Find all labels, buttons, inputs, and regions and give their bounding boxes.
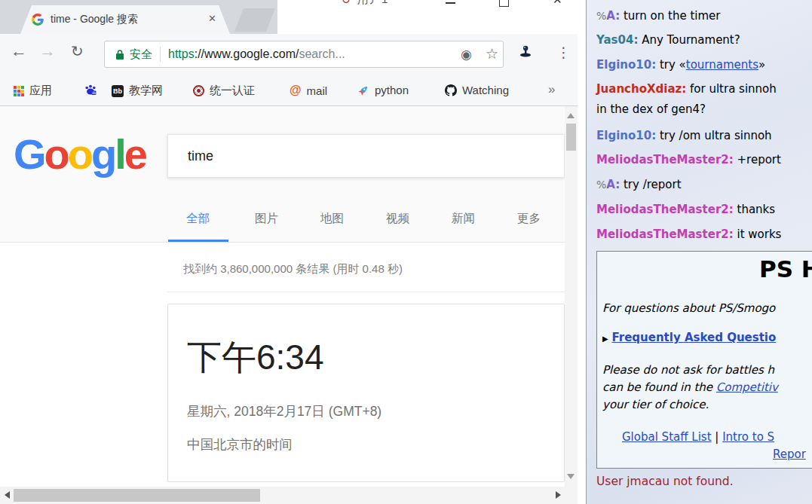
infobox-title: PS H (759, 255, 812, 283)
chat-username[interactable]: JuanchoXdiaz: (596, 82, 686, 96)
tab-more[interactable]: 更多 (517, 211, 541, 227)
tab-images[interactable]: 图片 (255, 211, 278, 227)
ps-info-box: PS H For questions about PS/Smogo ▶ Freq… (596, 251, 812, 469)
blackboard-icon: Bb (112, 85, 124, 97)
bookmark-apps[interactable]: 应用 (14, 84, 52, 98)
maximize-button[interactable] (499, 0, 509, 7)
scroll-down-arrow[interactable] (567, 474, 575, 479)
bookmarks-overflow-chevron[interactable]: » (548, 82, 555, 97)
scroll-right-arrow[interactable] (556, 491, 561, 499)
tournaments-link[interactable]: tournaments (686, 58, 758, 72)
bookmark-star-icon[interactable]: ☆ (486, 45, 498, 63)
tab-news[interactable]: 新闻 (452, 211, 475, 227)
close-button[interactable]: ✕ (553, 0, 562, 7)
browser-tab[interactable]: time - Google 搜索 ✕ (20, 5, 230, 34)
search-input[interactable] (168, 135, 506, 177)
chat-message: MeliodasTheMaster2: it works (596, 228, 781, 241)
chat-message: Elgino10: try /om ultra sinnoh (596, 129, 772, 142)
minimize-button[interactable] (446, 2, 455, 4)
link-separator: | (715, 430, 719, 444)
bookmark-watching[interactable]: Watching (445, 84, 509, 96)
chat-username[interactable]: Elgino10: (596, 58, 656, 72)
report-link-row: Repor (773, 447, 806, 461)
github-icon (445, 84, 457, 96)
infobox-paragraph-line: Please do not ask for battles h (602, 363, 774, 377)
chat-username[interactable]: MeliodasTheMaster2: (596, 228, 734, 241)
chat-message: %A: try /report (596, 178, 682, 191)
tab-maps[interactable]: 地图 (320, 211, 344, 227)
logo-letter: o (68, 130, 91, 178)
chat-text: it works (737, 228, 782, 241)
intro-to-staff-link[interactable]: Intro to S (722, 430, 774, 444)
logo-letter: G (14, 130, 44, 178)
url-text[interactable]: https://www.google.com/search... (168, 47, 345, 61)
scroll-left-arrow[interactable] (5, 491, 10, 499)
vertical-scrollbar[interactable] (565, 106, 578, 487)
chat-message: MeliodasTheMaster2: thanks (596, 203, 775, 216)
bookmark-python-label: python (375, 84, 409, 96)
competitive-link[interactable]: Competitiv (716, 380, 778, 394)
reload-button[interactable]: ↻ (71, 43, 84, 60)
faq-row: ▶ Frequently Asked Questio (602, 331, 776, 344)
chrome-toolbar: ← → ↻ 安全 https://www.google.com/search..… (0, 34, 578, 75)
url-path: search... (299, 47, 345, 60)
time-location: 中国北京市的时间 (187, 435, 293, 454)
secure-label[interactable]: 安全 (130, 47, 152, 62)
chat-text: thanks (737, 203, 776, 216)
horizontal-scrollbar[interactable] (0, 487, 578, 504)
bookmark-teaching[interactable]: Bb 教学网 (112, 84, 163, 98)
apps-grid-icon (14, 86, 24, 96)
new-tab-button[interactable] (234, 8, 275, 32)
bookmark-auth[interactable]: 统一认证 (193, 84, 255, 98)
chat-username[interactable]: Elgino10: (596, 129, 656, 142)
bookmark-auth-label: 统一认证 (210, 84, 255, 98)
global-staff-list-link[interactable]: Global Staff List (622, 430, 712, 444)
report-link[interactable]: Repor (773, 447, 806, 461)
vertical-scroll-thumb[interactable] (566, 124, 576, 151)
chat-text: +report (737, 153, 781, 166)
google-page: Google 全部 图片 地图 视频 新闻 更多 找到约 3,860,000,0… (0, 106, 565, 487)
chat-username[interactable]: A: (606, 178, 620, 191)
bookmark-baidu[interactable]: du (84, 84, 97, 96)
rocket-icon (357, 84, 369, 96)
chat-text: Any Tournament? (642, 33, 740, 47)
chat-username[interactable]: A: (606, 9, 620, 23)
chat-username[interactable]: MeliodasTheMaster2: (596, 153, 734, 166)
forward-button[interactable]: → (39, 43, 56, 60)
chat-text: turn on the timer (624, 9, 720, 23)
bookmark-mail[interactable]: @ mail (290, 84, 327, 97)
showdown-chat-panel: %A: turn on the timer Yas04: Any Tournam… (586, 0, 812, 504)
background-window-title: 用户1 (357, 0, 388, 7)
joystick-extension-icon[interactable] (519, 45, 532, 57)
address-bar[interactable]: 安全 https://www.google.com/search... ◉ ☆ (104, 41, 504, 68)
logo-letter: e (124, 130, 146, 178)
baidu-paw-icon: du (84, 84, 97, 96)
bullet-triangle-icon[interactable]: ▶ (602, 334, 608, 343)
infobox-paragraph-line: can be found in the Competitiv (602, 380, 778, 394)
chat-username[interactable]: MeliodasTheMaster2: (596, 203, 734, 216)
paragraph-text: can be found in the (602, 380, 716, 394)
page-action-icon[interactable]: ◉ (461, 47, 472, 63)
scroll-up-arrow[interactable] (567, 113, 575, 118)
logo-letter: l (115, 130, 124, 178)
search-box (167, 134, 565, 178)
tab-all[interactable]: 全部 (186, 211, 210, 227)
secure-lock-icon (115, 49, 124, 60)
tab-videos[interactable]: 视频 (386, 211, 409, 227)
chat-message: Elgino10: try «tournaments» (596, 58, 765, 72)
bookmark-apps-label: 应用 (29, 84, 52, 98)
chat-message: MeliodasTheMaster2: +report (596, 153, 781, 166)
chat-message: Yas04: Any Tournament? (596, 33, 740, 47)
menu-icon[interactable]: ⋮ (556, 44, 571, 61)
back-button[interactable]: ← (11, 43, 27, 60)
bookmark-python[interactable]: python (357, 84, 409, 96)
horizontal-scroll-thumb[interactable] (14, 489, 260, 502)
results-divider (167, 292, 565, 292)
chat-message: JuanchoXdiaz: for ultra sinnoh (596, 82, 777, 96)
chat-message-continuation: in the dex of gen4? (596, 102, 706, 116)
faq-link[interactable]: Frequently Asked Questio (611, 331, 776, 344)
tab-close-icon[interactable]: ✕ (208, 13, 216, 24)
chat-username[interactable]: Yas04: (596, 33, 638, 47)
google-logo[interactable]: Google (14, 130, 146, 179)
google-favicon (32, 14, 44, 26)
